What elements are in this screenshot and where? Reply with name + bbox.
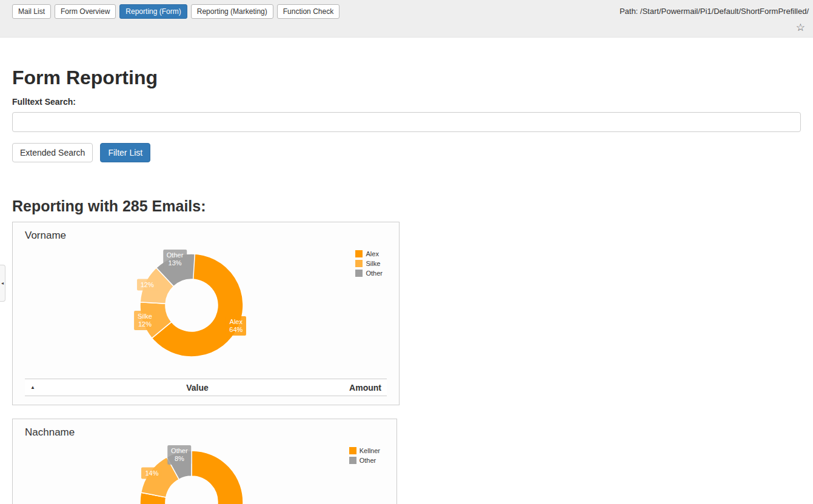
chart-slice-label: Other8%: [167, 445, 192, 465]
chart-panels: Vorname Alex64%Silke12%12%Other13% AlexS…: [12, 222, 801, 504]
breadcrumb-path: Path: /Start/Powermail/Pi1/Default/Short…: [620, 7, 809, 16]
tab-form-overview[interactable]: Form Overview: [55, 4, 116, 19]
tab-reporting-form[interactable]: Reporting (Form): [119, 4, 187, 19]
module-body: Form Reporting Fulltext Search: Extended…: [0, 38, 813, 504]
legend-label: Kellner: [360, 447, 380, 454]
legend-label: Other: [360, 457, 376, 464]
chart-slice-label: 12%: [137, 279, 158, 290]
chart-legend: KellnerOther: [349, 447, 380, 466]
collapse-arrow-icon: ◂: [1, 280, 4, 286]
legend-swatch-icon: [355, 260, 363, 267]
chart-panel-nachname: Nachname Kellner78%14%Other8% KellnerOth…: [12, 419, 397, 504]
fulltext-search-input[interactable]: [12, 112, 801, 132]
sidebar-collapse-handle[interactable]: ◂: [0, 265, 5, 302]
function-tabs: Mail List Form Overview Reporting (Form)…: [12, 4, 340, 19]
legend-label: Other: [366, 270, 383, 277]
tab-mail-list[interactable]: Mail List: [12, 4, 51, 19]
page-title: Form Reporting: [12, 38, 801, 97]
module-docheader: Mail List Form Overview Reporting (Form)…: [0, 0, 813, 38]
tab-function-check[interactable]: Function Check: [277, 4, 340, 19]
legend-item[interactable]: Silke: [355, 260, 383, 267]
sort-caret-icon[interactable]: ▲: [25, 385, 45, 390]
column-header-amount[interactable]: Amount: [349, 383, 387, 393]
chart-slice-label: Silke12%: [134, 311, 156, 330]
chart-slice-label: 14%: [141, 468, 162, 479]
chart-slice-label: Other13%: [163, 250, 187, 269]
legend-item[interactable]: Other: [355, 270, 383, 277]
chart-legend: AlexSilkeOther: [355, 250, 383, 279]
legend-swatch-icon: [349, 457, 356, 464]
legend-swatch-icon: [349, 447, 356, 454]
fulltext-search-label: Fulltext Search:: [12, 97, 801, 107]
chart-panel-vorname: Vorname Alex64%Silke12%12%Other13% AlexS…: [12, 222, 400, 405]
chart-panel-title: Nachname: [25, 426, 75, 439]
legend-item[interactable]: Alex: [355, 250, 383, 257]
chart-slice-label: Alex64%: [226, 316, 246, 336]
search-actions: Extended Search Filter List: [12, 143, 801, 162]
filter-list-button[interactable]: Filter List: [100, 143, 150, 162]
result-table-header: ▲ Value Amount: [25, 379, 387, 396]
tab-reporting-marketing[interactable]: Reporting (Marketing): [191, 4, 273, 19]
reporting-section-title: Reporting with 285 Emails:: [12, 162, 801, 222]
chart-panel-title: Vorname: [25, 230, 66, 242]
donut-chart-vorname: Alex64%Silke12%12%Other13%: [13, 222, 399, 405]
legend-label: Silke: [366, 260, 380, 267]
legend-swatch-icon: [355, 250, 363, 257]
extended-search-button[interactable]: Extended Search: [12, 143, 93, 162]
legend-item[interactable]: Kellner: [349, 447, 380, 454]
legend-item[interactable]: Other: [349, 457, 380, 464]
legend-swatch-icon: [355, 270, 363, 277]
column-header-value[interactable]: Value: [45, 383, 349, 393]
legend-label: Alex: [366, 250, 378, 257]
bookmark-star-icon[interactable]: ☆: [796, 22, 805, 33]
